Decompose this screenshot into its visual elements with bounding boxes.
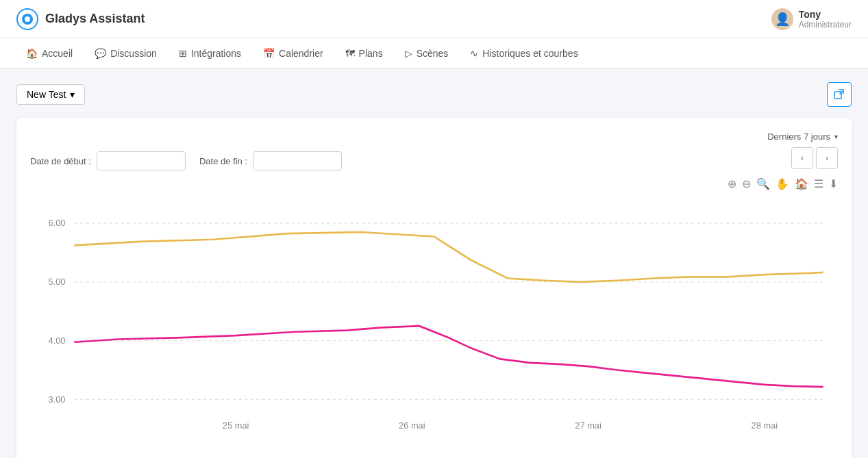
- integrations-icon: ⊞: [179, 48, 187, 59]
- export-button[interactable]: [827, 82, 852, 107]
- main-nav: 🏠 Accueil 💬 Discussion ⊞ Intégrations 📅 …: [0, 38, 868, 68]
- date-end-label: Date de fin :: [199, 156, 247, 166]
- date-filters: Date de début : Date de fin :: [30, 151, 342, 170]
- header-left: Gladys Assistant: [16, 8, 145, 30]
- date-start-label: Date de début :: [30, 156, 91, 166]
- date-start-field: Date de début :: [30, 151, 186, 170]
- nav-item-scenes[interactable]: ▷ Scènes: [395, 42, 458, 64]
- main-content: New Test ▾ Date de début : Date de fin :: [0, 68, 868, 458]
- svg-text:3.00: 3.00: [48, 394, 65, 405]
- right-controls: Derniers 7 jours ▾ ‹ › ⊕ ⊖ 🔍 ✋ 🏠 ☰ ⬇: [728, 131, 838, 190]
- svg-text:28 mai: 28 mai: [751, 420, 778, 431]
- nav-label-integrations: Intégrations: [191, 48, 241, 59]
- period-caret: ▾: [834, 133, 838, 140]
- nav-item-discussion[interactable]: 💬 Discussion: [85, 42, 166, 64]
- menu-icon[interactable]: ☰: [814, 177, 823, 190]
- line-chart: 6.00 5.00 4.00 3.00 25 mai 26 mai 27 mai…: [30, 201, 838, 450]
- nav-label-calendrier: Calendrier: [279, 48, 323, 59]
- home-icon: 🏠: [26, 48, 38, 59]
- nav-arrows: ‹ ›: [791, 147, 838, 169]
- nav-label-accueil: Accueil: [42, 48, 73, 59]
- pan-icon[interactable]: ✋: [776, 177, 789, 190]
- nav-item-calendrier[interactable]: 📅 Calendrier: [253, 42, 333, 64]
- calendrier-icon: 📅: [263, 48, 275, 59]
- nav-item-historiques[interactable]: ∿ Historiques et courbes: [460, 42, 587, 64]
- toolbar: New Test ▾: [16, 82, 852, 107]
- new-test-button[interactable]: New Test ▾: [16, 84, 85, 105]
- svg-text:26 mai: 26 mai: [399, 420, 425, 431]
- svg-text:25 mai: 25 mai: [223, 420, 249, 431]
- nav-item-accueil[interactable]: 🏠 Accueil: [16, 42, 82, 64]
- svg-text:4.00: 4.00: [48, 335, 65, 346]
- external-link-icon: [834, 89, 845, 100]
- logo-icon: [16, 8, 38, 30]
- period-label: Derniers 7 jours: [767, 131, 830, 142]
- svg-text:6.00: 6.00: [48, 218, 65, 228]
- chart-controls: Date de début : Date de fin : Derniers 7…: [30, 131, 838, 190]
- date-start-input[interactable]: [97, 151, 186, 170]
- zoom-in-icon[interactable]: ⊕: [728, 177, 736, 190]
- header: Gladys Assistant 👤 Tony Administrateur: [0, 0, 868, 38]
- chart-container: Date de début : Date de fin : Derniers 7…: [16, 118, 852, 458]
- prev-button[interactable]: ‹: [791, 147, 813, 169]
- nav-label-discussion: Discussion: [110, 48, 157, 59]
- period-selector[interactable]: Derniers 7 jours ▾: [767, 131, 838, 142]
- svg-point-2: [25, 16, 30, 22]
- user-info: Tony Administrateur: [799, 9, 852, 29]
- user-role: Administrateur: [799, 20, 852, 29]
- nav-label-historiques: Historiques et courbes: [482, 48, 578, 59]
- avatar: 👤: [771, 8, 793, 30]
- date-end-input[interactable]: [253, 151, 342, 170]
- nav-label-scenes: Scènes: [417, 48, 449, 59]
- zoom-out-icon[interactable]: ⊖: [742, 177, 751, 190]
- new-test-label: New Test: [27, 89, 66, 100]
- svg-text:27 mai: 27 mai: [575, 420, 602, 431]
- download-icon[interactable]: ⬇: [829, 177, 838, 190]
- svg-text:5.00: 5.00: [48, 277, 65, 287]
- discussion-icon: 💬: [95, 48, 106, 59]
- chart-icons: ⊕ ⊖ 🔍 ✋ 🏠 ☰ ⬇: [728, 177, 838, 190]
- date-end-field: Date de fin :: [199, 151, 342, 170]
- zoom-select-icon[interactable]: 🔍: [756, 177, 770, 190]
- chart-wrapper: 6.00 5.00 4.00 3.00 25 mai 26 mai 27 mai…: [30, 201, 838, 458]
- header-right: 👤 Tony Administrateur: [771, 8, 852, 30]
- next-button[interactable]: ›: [816, 147, 838, 169]
- nav-label-plans: Plans: [359, 48, 383, 59]
- app-title: Gladys Assistant: [45, 12, 145, 26]
- user-name: Tony: [799, 9, 852, 20]
- nav-item-integrations[interactable]: ⊞ Intégrations: [169, 42, 251, 64]
- plans-icon: 🗺: [345, 48, 355, 59]
- scenes-icon: ▷: [405, 48, 412, 59]
- historiques-icon: ∿: [470, 48, 478, 59]
- home-reset-icon[interactable]: 🏠: [795, 177, 808, 190]
- new-test-caret: ▾: [70, 89, 75, 100]
- nav-item-plans[interactable]: 🗺 Plans: [336, 42, 393, 64]
